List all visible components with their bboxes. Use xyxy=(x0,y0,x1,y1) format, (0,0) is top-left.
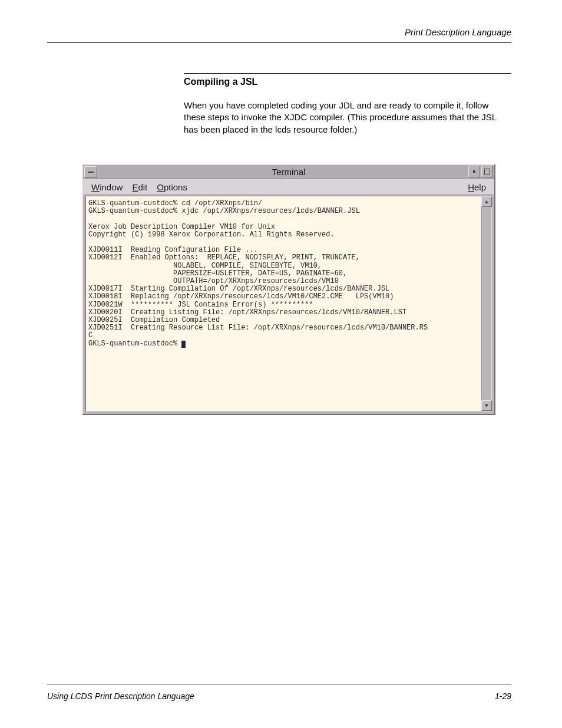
terminal-line: OUTPATH=/opt/XRXnps/resources/lcds/VM10 xyxy=(88,277,339,285)
terminal-line: NOLABEL, COMPILE, SINGLEBYTE, VM10, xyxy=(88,262,322,270)
terminal-prompt: GKLS-quantum-custdoc% xyxy=(88,340,181,348)
menu-window[interactable]: Window xyxy=(91,182,123,192)
footer-left: Using LCDS Print Description Language xyxy=(47,691,194,701)
triangle-down-icon: ▼ xyxy=(484,403,490,409)
menu-help[interactable]: Help xyxy=(468,182,486,192)
footer-page-number: 1-29 xyxy=(495,691,511,701)
menu-edit[interactable]: Edit xyxy=(132,182,147,192)
scroll-up-button[interactable]: ▲ xyxy=(481,196,492,207)
terminal-line: XJD0012I Enabled Options: REPLACE, NODIS… xyxy=(88,253,360,262)
terminal-line: XJD0018I Replacing /opt/XRXnps/resources… xyxy=(88,292,394,301)
terminal-line: XJD0251I Creating Resource List File: /o… xyxy=(88,324,428,332)
scroll-down-button[interactable]: ▼ xyxy=(481,400,492,411)
window-system-menu[interactable] xyxy=(84,166,97,178)
terminal-line: XJD0021W ********** JSL Contains Error(s… xyxy=(88,301,313,309)
terminal-output[interactable]: GKLS-quantum-custdoc% cd /opt/XRXnps/bin… xyxy=(85,196,481,411)
terminal-line: GKLS-quantum-custdoc% cd /opt/XRXnps/bin… xyxy=(88,199,262,207)
terminal-line: C xyxy=(88,331,92,340)
minimize-icon xyxy=(473,170,475,173)
section-rule xyxy=(184,73,511,74)
header-rule xyxy=(47,42,511,43)
terminal-line: XJD0020I Creating Listing File: /opt/XRX… xyxy=(88,308,406,317)
menu-edit-rest: dit xyxy=(138,182,147,192)
menu-edit-mnemonic: E xyxy=(132,182,138,192)
terminal-line: Copyright (C) 1998 Xerox Corporation. Al… xyxy=(88,230,335,239)
menu-window-mnemonic: W xyxy=(91,182,100,192)
section-paragraph: When you have completed coding your JDL … xyxy=(184,100,502,136)
terminal-line: GKLS-quantum-custdoc% xjdc /opt/XRXnps/r… xyxy=(88,207,360,215)
terminal-window: Terminal Window Edit Options Help GKLS-q… xyxy=(82,164,495,415)
running-head: Print Description Language xyxy=(405,27,511,37)
maximize-icon xyxy=(484,169,490,174)
minimize-button[interactable] xyxy=(468,166,480,177)
footer-rule xyxy=(47,684,511,684)
menu-help-mnemonic: H xyxy=(468,182,474,192)
terminal-line: PAPERSIZE=USLETTER, DATE=US, PAGINATE=60… xyxy=(88,269,347,278)
section-title: Compiling a JSL xyxy=(184,77,257,87)
menu-window-rest: indow xyxy=(100,182,123,192)
terminal-menubar: Window Edit Options Help xyxy=(83,179,494,195)
terminal-scrollbar[interactable]: ▲ ▼ xyxy=(481,196,492,411)
terminal-line: Xerox Job Description Compiler VM10 for … xyxy=(88,223,275,231)
dash-icon xyxy=(88,172,94,173)
menu-help-rest: elp xyxy=(474,182,486,192)
terminal-line: XJD0011I Reading Configuration File ... xyxy=(88,246,258,254)
terminal-line: XJD0017I Starting Compilation Of /opt/XR… xyxy=(88,285,389,293)
terminal-line: XJD0025I Compilation Completed xyxy=(88,316,220,324)
menu-options-mnemonic: O xyxy=(157,182,164,192)
terminal-titlebar[interactable]: Terminal xyxy=(83,165,494,179)
menu-options-rest: ptions xyxy=(164,182,187,192)
maximize-button[interactable] xyxy=(481,166,493,177)
terminal-title: Terminal xyxy=(83,167,494,177)
cursor-icon xyxy=(181,341,186,348)
menu-options[interactable]: Options xyxy=(157,182,187,192)
triangle-up-icon: ▲ xyxy=(484,199,490,205)
